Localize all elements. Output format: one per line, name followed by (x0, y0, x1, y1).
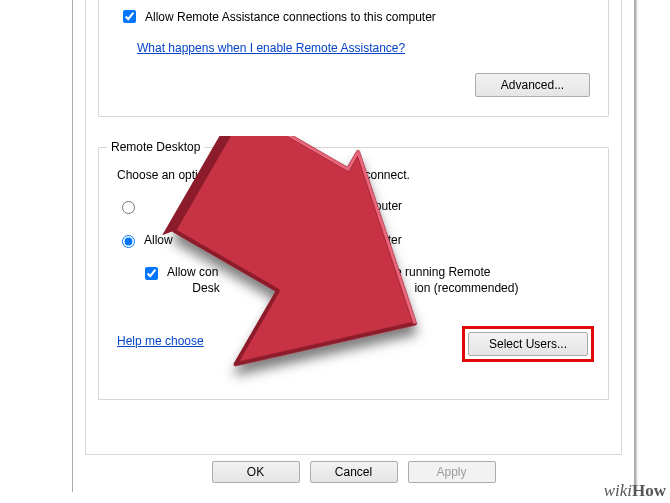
allow-remote-assistance-input[interactable] (123, 10, 136, 23)
remote-desktop-legend: Remote Desktop (107, 140, 204, 154)
wikihow-watermark: wikiHow (604, 481, 666, 501)
cancel-button[interactable]: Cancel (310, 461, 398, 483)
advanced-button[interactable]: Advanced... (475, 73, 590, 97)
allow-remote-assistance-checkbox[interactable]: Allow Remote Assistance connections to t… (119, 7, 436, 26)
select-users-button[interactable]: Select Users... (468, 332, 588, 356)
dont-allow-radio-label: emote s to this computer (144, 199, 402, 213)
allow-radio-label: Allow mputer (144, 233, 402, 247)
ok-button[interactable]: OK (212, 461, 300, 483)
window-shadow (635, 0, 638, 492)
nla-checkbox[interactable]: Allow con e running Remote Desk ion (rec… (141, 264, 561, 296)
apply-button: Apply (408, 461, 496, 483)
dont-allow-radio-input[interactable] (122, 201, 135, 214)
nla-checkbox-label: Allow con e running Remote Desk ion (rec… (167, 264, 518, 296)
remote-desktop-prompt: Choose an option, an specify who can con… (117, 168, 410, 182)
nla-checkbox-input[interactable] (145, 267, 158, 280)
allow-radio[interactable]: Allow mputer (117, 232, 402, 248)
dialog-button-row: OK Cancel Apply (73, 458, 634, 486)
help-me-choose-link[interactable]: Help me choose (117, 334, 204, 348)
remote-assistance-group: Allow Remote Assistance connections to t… (98, 0, 609, 117)
allow-remote-assistance-label: Allow Remote Assistance connections to t… (145, 10, 436, 24)
select-users-highlight: Select Users... (462, 326, 594, 362)
system-properties-window: Allow Remote Assistance connections to t… (72, 0, 635, 492)
remote-assistance-help-link[interactable]: What happens when I enable Remote Assist… (137, 41, 405, 55)
remote-tab-panel: Allow Remote Assistance connections to t… (85, 0, 622, 455)
remote-desktop-group: Remote Desktop Choose an option, an spec… (98, 140, 609, 400)
allow-radio-input[interactable] (122, 235, 135, 248)
dont-allow-radio[interactable]: emote s to this computer (117, 198, 402, 214)
